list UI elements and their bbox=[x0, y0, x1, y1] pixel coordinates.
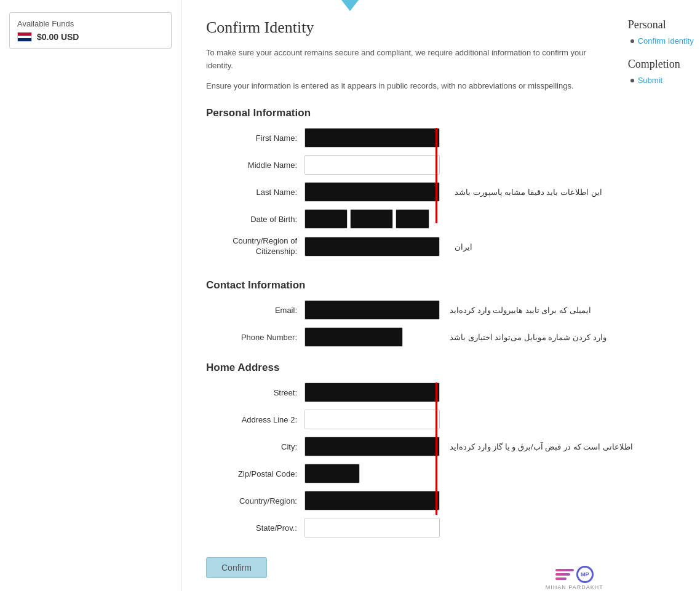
home-address-title: Home Address bbox=[206, 362, 591, 374]
first-name-row: First Name: bbox=[206, 128, 591, 148]
city-input[interactable] bbox=[304, 437, 440, 456]
logo-circle-text: MP bbox=[581, 571, 589, 577]
dob-day-select[interactable] bbox=[350, 209, 393, 229]
phone-annotation: وارد کردن شماره موبایل می‌تواند اختیاری … bbox=[450, 333, 607, 342]
logo-line-1 bbox=[555, 569, 574, 571]
citizenship-label: Country/Region ofCitizenship: bbox=[206, 236, 304, 257]
address-line-2-label: Address Line 2: bbox=[206, 415, 304, 424]
address-line-2-row: Address Line 2: bbox=[206, 410, 591, 429]
street-row: Street: bbox=[206, 383, 591, 402]
logo-lines bbox=[555, 569, 574, 580]
nav-dot-confirm-identity bbox=[630, 39, 634, 43]
personal-info-title: Personal Information bbox=[206, 107, 591, 119]
nav-dot-submit bbox=[630, 79, 634, 82]
description-2: Ensure your information is entered as it… bbox=[206, 80, 591, 93]
state-label: State/Prov.: bbox=[206, 523, 304, 533]
available-funds-label: Available Funds bbox=[17, 19, 164, 28]
zip-label: Zip/Postal Code: bbox=[206, 469, 304, 478]
address-annotation: اطلاعاتی است که در قبض آب/برق و یا گاز و… bbox=[450, 442, 633, 451]
city-row: City: اطلاعاتی است که در قبض آب/برق و یا… bbox=[206, 437, 591, 456]
email-input[interactable] bbox=[304, 300, 440, 320]
confirm-identity-link[interactable]: Confirm Identity bbox=[638, 36, 694, 46]
citizenship-annotation: ایران bbox=[455, 242, 472, 252]
logo-area: MP MIHAN PARDAKHT bbox=[546, 566, 603, 590]
country-region-row: Country/Region: bbox=[206, 491, 591, 510]
city-label: City: bbox=[206, 442, 304, 451]
dob-label: Date of Birth: bbox=[206, 215, 304, 224]
zip-input[interactable] bbox=[304, 464, 360, 483]
logo-text: MIHAN PARDAKHT bbox=[546, 584, 603, 590]
logo-line-3 bbox=[555, 577, 567, 580]
email-row: Email: ایمیلی که برای تایید هاییرولت وار… bbox=[206, 300, 591, 320]
phone-row: Phone Number: وارد کردن شماره موبایل می‌… bbox=[206, 327, 591, 347]
citizenship-select[interactable]: Iran bbox=[304, 237, 440, 256]
available-funds-box: Available Funds $0.00 USD bbox=[9, 12, 172, 49]
last-name-label: Last Name: bbox=[206, 188, 304, 197]
right-sidebar: Personal Confirm Identity Completion Sub… bbox=[616, 0, 700, 591]
last-name-input[interactable] bbox=[304, 182, 440, 202]
last-name-row: Last Name: این اطلاعات باید دقیقا مشابه … bbox=[206, 182, 591, 202]
middle-name-label: Middle Name: bbox=[206, 161, 304, 170]
street-input[interactable] bbox=[304, 383, 440, 402]
street-label: Street: bbox=[206, 388, 304, 397]
email-annotation: ایمیلی که برای تایید هاییرولت وارد کرده‌… bbox=[450, 306, 591, 315]
right-completion-title: Completion bbox=[628, 58, 700, 71]
submit-link[interactable]: Submit bbox=[638, 76, 662, 85]
country-region-label: Country/Region: bbox=[206, 496, 304, 506]
state-row: State/Prov.: bbox=[206, 518, 591, 537]
personal-annotation: این اطلاعات باید دقیقا مشابه پاسپورت باش… bbox=[455, 188, 602, 197]
left-sidebar: Available Funds $0.00 USD bbox=[0, 0, 181, 591]
first-name-input[interactable] bbox=[304, 128, 440, 148]
right-nav-submit[interactable]: Submit bbox=[628, 76, 700, 85]
country-region-select[interactable] bbox=[304, 491, 440, 510]
phone-label: Phone Number: bbox=[206, 333, 304, 342]
citizenship-row: Country/Region ofCitizenship: Iran ایران bbox=[206, 236, 591, 257]
zip-row: Zip/Postal Code: bbox=[206, 464, 591, 483]
right-personal-title: Personal bbox=[628, 18, 700, 31]
dob-month-select[interactable] bbox=[304, 209, 348, 229]
right-nav-confirm-identity[interactable]: Confirm Identity bbox=[628, 36, 700, 46]
dob-row: Date of Birth: bbox=[206, 209, 591, 229]
confirm-button[interactable]: Confirm bbox=[206, 557, 267, 578]
main-content: Confirm Identity To make sure your accou… bbox=[181, 0, 616, 591]
page-title: Confirm Identity bbox=[206, 18, 591, 37]
middle-name-row: Middle Name: bbox=[206, 155, 591, 175]
personal-info-section: Personal Information First Name: Middle … bbox=[206, 107, 591, 264]
us-flag-icon bbox=[17, 32, 32, 42]
contact-info-title: Contact Information bbox=[206, 279, 591, 292]
dob-year-select[interactable] bbox=[396, 209, 429, 229]
phone-input[interactable] bbox=[304, 327, 403, 347]
middle-name-input[interactable] bbox=[304, 155, 440, 175]
state-input[interactable] bbox=[304, 518, 440, 537]
email-label: Email: bbox=[206, 306, 304, 315]
personal-red-bar bbox=[436, 128, 437, 223]
contact-info-section: Contact Information Email: ایمیلی که برا… bbox=[206, 279, 591, 347]
description-1: To make sure your account remains secure… bbox=[206, 47, 591, 73]
address-line-2-input[interactable] bbox=[304, 410, 440, 429]
logo-line-2 bbox=[555, 573, 570, 576]
logo-graphic: MP bbox=[546, 566, 603, 583]
address-red-bar bbox=[436, 383, 437, 515]
funds-amount: $0.00 USD bbox=[37, 32, 79, 42]
first-name-label: First Name: bbox=[206, 133, 304, 143]
logo-circle: MP bbox=[576, 566, 594, 583]
home-address-section: Home Address Street: Address Line 2: bbox=[206, 362, 591, 545]
